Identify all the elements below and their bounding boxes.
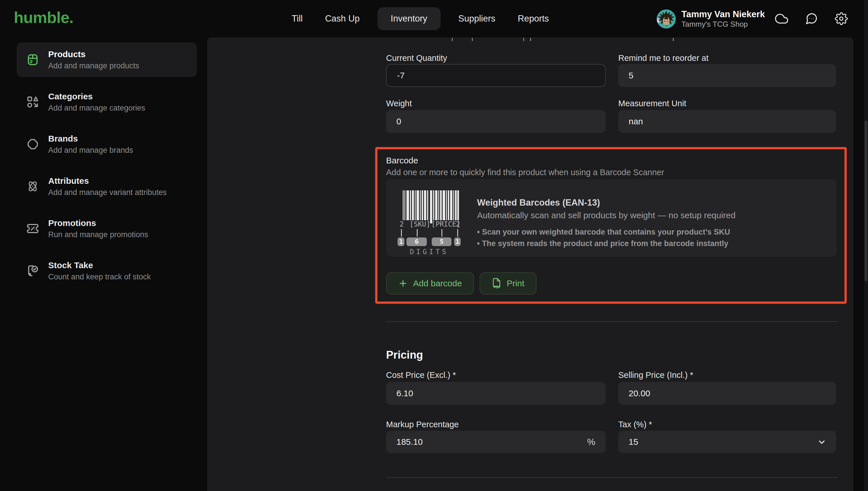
main-nav: Till Cash Up Inventory Suppliers Reports [287, 0, 553, 37]
add-barcode-label: Add barcode [413, 279, 462, 288]
sidebar-item-text: Attributes Add and manage variant attrib… [48, 175, 167, 197]
weighted-barcode-title: Weighted Barcodes (EAN-13) [477, 197, 827, 208]
bullet-item: • Scan your own weighted barcode that co… [477, 226, 827, 238]
sku-label: [SKU] [410, 220, 430, 228]
cloud-icon[interactable] [775, 12, 788, 25]
user-shop: Tammy's TCG Shop [682, 20, 765, 29]
plus-icon [398, 279, 408, 288]
sidebar-item-title: Categories [48, 91, 145, 102]
digit-count-badge: 6 [407, 237, 427, 246]
weight-label: Weight [386, 99, 606, 108]
avatar[interactable] [657, 9, 676, 28]
weighted-barcode-info-card: 2 [SKU] [PRICE] 2 1 6 5 1 DIGITS [386, 179, 837, 257]
digits-caption: DIGITS [397, 248, 461, 256]
weighted-barcode-info: Weighted Barcodes (EAN-13) Automatically… [477, 197, 827, 249]
section-divider [386, 321, 838, 322]
cost-price-input[interactable]: 6.10 [386, 382, 606, 405]
sidebar-item-subtitle: Add and manage categories [48, 103, 145, 113]
clipboard-check-icon [26, 264, 40, 278]
user-name: Tammy Van Niekerk [682, 9, 765, 20]
markup-value: 185.10 [396, 437, 423, 446]
weighted-barcode-subtitle: Automatically scan and sell products by … [477, 210, 827, 221]
weighted-barcode-bullets: • Scan your own weighted barcode that co… [477, 226, 827, 249]
pricing-section-title: Pricing [386, 349, 423, 361]
sidebar-item-title: Products [48, 49, 139, 60]
tax-label: Tax (%) * [618, 420, 836, 429]
barcode-bars-image [403, 191, 459, 223]
sidebar-item-text: Products Add and manage products [48, 49, 139, 70]
section-divider [386, 477, 838, 478]
sidebar-item-subtitle: Count and keep track of stock [48, 272, 151, 282]
weight-input[interactable]: 0 [386, 110, 606, 133]
sidebar-item-categories[interactable]: Categories Add and manage categories [17, 85, 197, 119]
user-text: Tammy Van Niekerk Tammy's TCG Shop [682, 9, 765, 29]
app-root: humble. Till Cash Up Inventory Suppliers… [0, 0, 868, 491]
nav-suppliers[interactable]: Suppliers [454, 7, 500, 30]
barcode-section-description: Add one or more to quickly find this pro… [386, 168, 664, 177]
markup-label: Markup Percentage [386, 420, 606, 429]
settings-gear-icon[interactable] [835, 12, 848, 25]
current-quantity-label: Current Quantity [386, 53, 606, 63]
sidebar-item-subtitle: Add and manage brands [48, 145, 133, 155]
digit-count-badge: 5 [432, 237, 451, 246]
nav-reports[interactable]: Reports [513, 7, 554, 30]
sidebar-item-title: Brands [48, 133, 133, 144]
selling-price-label: Selling Price (Incl.) * [618, 370, 836, 380]
chevron-down-icon [817, 438, 827, 447]
shapes-icon [26, 95, 40, 109]
tick-line [442, 229, 442, 237]
digit-count-badge: 1 [397, 237, 405, 246]
product-form: Current Quantity Remind me to reorder at… [386, 37, 838, 491]
sidebar-item-promotions[interactable]: Promotions Run and manage promotions [17, 211, 197, 246]
chat-icon[interactable] [805, 12, 818, 25]
sidebar-item-products[interactable]: Products Add and manage products [17, 42, 197, 77]
sidebar-item-subtitle: Run and manage promotions [48, 230, 148, 239]
sidebar-item-title: Promotions [48, 218, 148, 229]
sidebar: Products Add and manage products Categor… [0, 37, 207, 491]
nav-cash-up[interactable]: Cash Up [320, 7, 364, 30]
pdf-file-icon: PDF [492, 278, 502, 289]
nav-inventory[interactable]: Inventory [378, 7, 441, 30]
print-label: Print [507, 279, 525, 288]
reorder-at-input[interactable]: 5 [618, 64, 836, 87]
scrollbar-thumb[interactable] [865, 121, 867, 281]
user-account[interactable]: Tammy Van Niekerk Tammy's TCG Shop [657, 9, 765, 29]
ticket-percent-icon [26, 222, 40, 235]
sidebar-item-title: Stock Take [48, 260, 151, 271]
sidebar-item-brands[interactable]: Brands Add and manage brands [17, 127, 197, 162]
sidebar-item-text: Stock Take Count and keep track of stock [48, 260, 151, 282]
header-icons [775, 0, 848, 37]
sidebar-item-title: Attributes [48, 175, 167, 186]
selling-price-input[interactable]: 20.00 [618, 382, 836, 405]
top-header: humble. Till Cash Up Inventory Suppliers… [0, 0, 868, 37]
sidebar-item-text: Categories Add and manage categories [48, 91, 145, 113]
sidebar-item-stock-take[interactable]: Stock Take Count and keep track of stock [17, 254, 197, 288]
add-barcode-button[interactable]: Add barcode [386, 272, 474, 295]
nav-till[interactable]: Till [287, 7, 307, 30]
tax-select[interactable]: 15 [618, 431, 836, 453]
scrollbar-track[interactable] [864, 0, 868, 491]
tick-line [417, 229, 418, 237]
tax-value: 15 [629, 437, 638, 446]
reorder-at-label: Remind me to reorder at [618, 53, 836, 63]
sidebar-item-attributes[interactable]: Attributes Add and manage variant attrib… [17, 169, 197, 204]
badge-icon [26, 137, 40, 151]
measurement-unit-label: Measurement Unit [618, 99, 836, 108]
package-icon [26, 53, 40, 67]
current-quantity-input[interactable]: -7 [386, 64, 606, 87]
sidebar-item-text: Brands Add and manage brands [48, 133, 133, 155]
tick-line [401, 229, 402, 237]
sidebar-item-subtitle: Add and manage variant attributes [48, 187, 167, 197]
measurement-unit-input[interactable]: nan [618, 110, 836, 133]
print-button[interactable]: PDF Print [480, 272, 536, 295]
main-panel: Current Quantity Remind me to reorder at… [207, 37, 854, 491]
markup-input[interactable]: 185.10 % [386, 431, 606, 453]
humble-logo[interactable]: humble. [14, 8, 73, 27]
cost-price-label: Cost Price (Excl.) * [386, 370, 606, 380]
sidebar-item-subtitle: Add and manage products [48, 61, 139, 70]
barcode-section-label: Barcode [386, 155, 418, 165]
left-digit-label: 2 [399, 220, 403, 228]
tick-line [457, 229, 458, 237]
avatar-image [657, 9, 676, 28]
right-digit-label: 2 [456, 220, 460, 228]
